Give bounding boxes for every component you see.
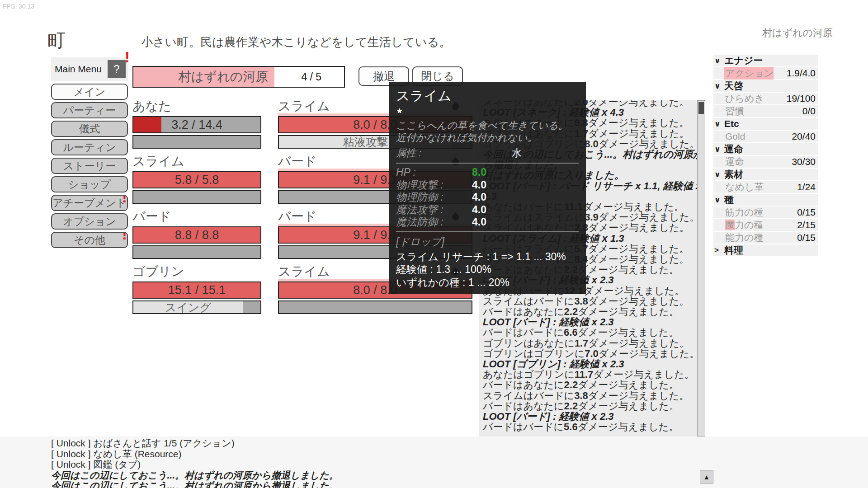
sidebar-row-label: 素材 <box>724 168 743 181</box>
sidebar-row-label: 天啓 <box>724 80 743 92</box>
chevron-icon: ∨ <box>714 81 724 91</box>
tooltip-stat-row: 物理攻撃 :4.0 <box>396 179 579 192</box>
unit-name: バード <box>132 210 261 223</box>
sidebar-row-label: アクション <box>724 67 774 80</box>
chevron-icon: ∨ <box>714 145 724 154</box>
log-line: スライムはバードに3.8ダメージ与えました。 <box>483 296 693 306</box>
sidebar-row-label: 習慣 <box>724 105 744 117</box>
unit-row: ゴブリン 15.1 / 15.1 スイング <box>132 265 261 314</box>
sidebar-section-header[interactable]: > 料理 <box>713 244 818 256</box>
unit-name: スライム <box>132 155 261 168</box>
sidebar-stat-row[interactable]: 習慣 0/0 <box>713 105 818 117</box>
tooltip-divider <box>396 163 579 164</box>
log-line: LOOT [バード] : 経験値 x 2.3 <box>483 317 693 327</box>
tooltip-stat-row: HP :8.0 <box>396 166 579 179</box>
area-name: 村はずれの河原 <box>179 67 269 87</box>
sidebar-row-value: 1.9/4.0 <box>787 68 816 79</box>
hp-value: 15.1 / 15.1 <box>133 282 260 298</box>
tooltip-stat-row: 魔法防御 :4.0 <box>396 216 579 229</box>
menu-item-label: オプション <box>63 215 116 229</box>
sidebar-stat-row[interactable]: 運命 30/30 <box>713 156 818 168</box>
party-column: あなた 3.2 / 14.4 スライム 5.8 / 5.8 バード <box>132 99 261 320</box>
hp-bar: 8.8 / 8.8 <box>132 226 261 244</box>
menu-item[interactable]: オプション <box>51 213 128 230</box>
sidebar-stat-row[interactable]: Gold 20/40 <box>713 131 818 142</box>
sidebar-row-label: 魔力の種 <box>724 219 764 231</box>
attribute-value: 水 <box>455 146 579 160</box>
action-bar: スイング <box>132 300 261 314</box>
sidebar-row-value: 0/15 <box>797 232 816 243</box>
menu-item[interactable]: アチーブメント ! <box>51 195 128 211</box>
unit-row: バード 8.8 / 8.8 <box>132 210 261 259</box>
log-line: バードはあなたに2.2ダメージ与えました。 <box>483 401 693 411</box>
sidebar-section-header[interactable]: ∨ 天啓 <box>713 80 818 92</box>
hp-bar: 5.8 / 5.8 <box>132 171 261 188</box>
sidebar-row-value: 30/30 <box>792 156 816 167</box>
tooltip-stats: HP :8.0物理攻撃 :4.0物理防御 :4.0魔法攻撃 :4.0魔法防御 :… <box>396 166 579 229</box>
chevron-icon: > <box>714 246 724 255</box>
menu-item[interactable]: その他 ! <box>51 232 128 248</box>
action-bar <box>278 300 472 314</box>
footer-message: [ Unlock ] なめし革 (Resource) <box>51 449 339 460</box>
menu-item-label: ショップ <box>68 178 111 192</box>
sidebar-section-header[interactable]: ∨ 素材 <box>713 169 818 180</box>
footer-message: 今回はこの辺にしておこう...。村はずれの河原から撤退しました。 <box>51 470 339 481</box>
sidebar-stat-row[interactable]: なめし革 1/24 <box>713 181 818 193</box>
log-line: あなたはゴブリンに11.7ダメージ与えました。 <box>483 369 693 380</box>
menu-item[interactable]: 儀式 <box>51 121 128 137</box>
resource-sidebar: ∨ エナジー アクション 1.9/4.0 ∨ 天啓 ひらめき 19/100 習慣… <box>713 55 818 257</box>
sidebar-section-header[interactable]: ∨ エナジー <box>713 55 818 66</box>
main-menu-header: Main Menu ? ! <box>51 57 128 81</box>
menu-item[interactable]: ストーリー <box>51 158 128 174</box>
rank-star-icon: ★ <box>396 106 579 116</box>
sidebar-section-header[interactable]: ∨ 運命 <box>713 143 818 155</box>
scroll-to-bottom-button[interactable]: ▲ <box>700 470 713 483</box>
menu-item[interactable]: ルーティン <box>51 139 128 155</box>
log-line: バードはあなたに2.2ダメージ与えました。 <box>483 380 693 390</box>
menu-item[interactable]: パーティー <box>51 102 128 118</box>
main-menu: Main Menu ? ! メイン パーティー 儀式 ルーティン ストーリー シ… <box>51 57 128 250</box>
unit-row: スライム 5.8 / 5.8 <box>132 155 261 204</box>
sidebar-stat-row[interactable]: アクション 1.9/4.0 <box>713 67 818 79</box>
sidebar-section-header[interactable]: ∨ Etc <box>713 118 818 130</box>
tooltip-title: スライム <box>396 87 579 105</box>
sidebar-row-value: 0/0 <box>802 106 816 117</box>
drops-header: [ドロップ] <box>396 235 579 249</box>
help-button[interactable]: ? <box>108 60 126 78</box>
log-line: ゴブリンはゴブリンに7.0ダメージ与えました。 <box>483 348 693 359</box>
log-line: LOOT [バード] : 経験値 x 2.3 <box>483 411 693 422</box>
menu-item-label: メイン <box>74 85 106 99</box>
sidebar-stat-row[interactable]: 能力の種 0/15 <box>713 232 818 244</box>
hp-bar: 3.2 / 14.4 <box>132 116 261 133</box>
log-line: LOOT [ゴブリン] : 経験値 x 2.3 <box>483 359 693 369</box>
unit-name: ゴブリン <box>132 265 261 278</box>
log-line: スライムはバードに3.8ダメージ与えました。 <box>483 390 693 401</box>
hp-value: 3.2 / 14.4 <box>133 117 260 132</box>
log-line: バードはバードに5.6ダメージ与えました。 <box>483 422 693 432</box>
action-bar <box>132 245 261 259</box>
alert-icon: ! <box>122 232 127 242</box>
sidebar-stat-row[interactable]: 筋力の種 0/15 <box>713 206 818 218</box>
log-scrollbar[interactable] <box>697 100 705 436</box>
tooltip-drop-row: いずれかの種 : 1 ... 20% <box>396 276 579 289</box>
tooltip-drop-row: スライム リサーチ : 1 => 1.1 ... 30% <box>396 250 579 263</box>
sidebar-row-value: 19/100 <box>787 93 816 104</box>
sidebar-stat-row[interactable]: 魔力の種 2/15 <box>713 219 818 231</box>
chevron-icon: ∨ <box>714 170 724 179</box>
action-bar <box>132 135 261 149</box>
sidebar-row-label: なめし革 <box>724 181 764 193</box>
sidebar-stat-row[interactable]: ひらめき 19/100 <box>713 93 818 104</box>
sidebar-row-label: 筋力の種 <box>724 206 764 219</box>
sidebar-section-header[interactable]: ∨ 種 <box>713 194 818 206</box>
menu-item-label: ストーリー <box>63 159 116 173</box>
menu-item[interactable]: メイン <box>51 84 128 100</box>
sidebar-row-label: 運命 <box>724 155 744 168</box>
footer-message: [ Unlock ] おばさんと話す 1/5 (アクション) <box>51 438 339 449</box>
menu-item[interactable]: ショップ <box>51 176 128 192</box>
log-line: バードはあなたに2.2ダメージ与えました。 <box>483 306 693 317</box>
log-scrollbar-thumb[interactable] <box>698 102 704 114</box>
log-line: ゴブリンはあなたに1.7ダメージ与えました。 <box>483 338 693 348</box>
menu-item-label: ルーティン <box>63 141 116 155</box>
menu-item-label: その他 <box>74 233 105 247</box>
main-menu-items: メイン パーティー 儀式 ルーティン ストーリー ショップ アチーブメント ! … <box>51 84 128 248</box>
